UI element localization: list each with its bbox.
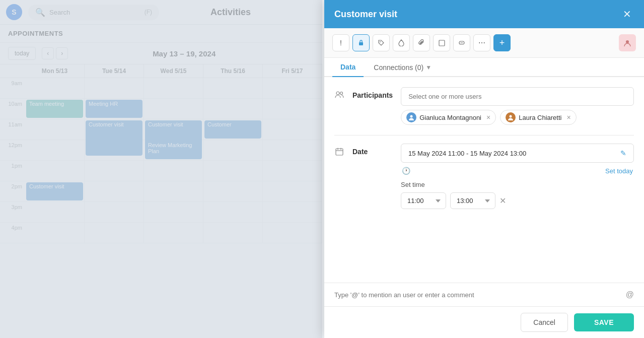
participants-label: Participants	[352, 91, 393, 99]
add-button[interactable]: +	[493, 34, 511, 51]
more-button[interactable]: ⋯	[473, 34, 490, 51]
tab-data[interactable]: Data	[332, 58, 364, 77]
modal-footer: Cancel SAVE	[324, 306, 644, 338]
participant-avatar-2	[506, 112, 516, 122]
paperclip-button[interactable]	[413, 34, 430, 51]
clock-icon: 🕐	[402, 167, 410, 175]
svg-point-7	[510, 115, 512, 118]
cancel-button[interactable]: Cancel	[521, 313, 568, 332]
svg-point-1	[380, 41, 381, 42]
remove-participant-1[interactable]: ×	[486, 113, 490, 121]
chevron-down-icon: ▼	[425, 64, 432, 71]
exclamation-button[interactable]: !	[332, 34, 349, 51]
tag-button[interactable]	[373, 34, 390, 51]
comment-area: @	[324, 283, 644, 306]
time-start-select[interactable]: 11:00 10:00 10:30 11:30 12:00	[401, 192, 446, 209]
svg-point-6	[410, 115, 413, 118]
date-edit-icon[interactable]: ✎	[620, 149, 626, 157]
time-clear-button[interactable]: ✕	[499, 196, 506, 206]
at-mention-icon[interactable]: @	[626, 290, 634, 299]
svg-rect-8	[336, 149, 343, 155]
user-avatar	[619, 34, 636, 51]
square-button[interactable]	[433, 34, 450, 51]
participants-content: Gianluca Montagnoni × Laura Chiaretti ×	[401, 87, 634, 125]
drop-button[interactable]	[393, 34, 410, 51]
time-row: 11:00 10:00 10:30 11:30 12:00 13:00 12:0…	[401, 192, 634, 209]
set-today-button[interactable]: Set today	[605, 167, 633, 175]
participant-tag-1: Gianluca Montagnoni ×	[401, 110, 496, 125]
modal-toolbar: ! ⋯ +	[324, 28, 644, 58]
comment-input[interactable]	[334, 291, 621, 299]
modal-tabs: Data Connections (0) ▼	[324, 58, 644, 77]
svg-rect-0	[359, 42, 363, 45]
time-end-select[interactable]: 13:00 12:00 12:30 13:30 14:00	[450, 192, 495, 209]
tab-connections[interactable]: Connections (0) ▼	[366, 58, 440, 77]
date-content: 15 May 2024 11:00 - 15 May 2024 13:00 ✎ …	[401, 144, 634, 209]
date-value: 15 May 2024 11:00 - 15 May 2024 13:00	[408, 150, 526, 157]
modal-header: Customer visit ✕	[324, 0, 644, 28]
date-label: Date	[352, 148, 393, 156]
participant-name-1: Gianluca Montagnoni	[419, 114, 481, 121]
set-time-label: Set time	[401, 181, 634, 188]
participant-name-2: Laura Chiaretti	[519, 114, 561, 121]
background-overlay	[0, 0, 322, 338]
modal-title: Customer visit	[334, 9, 397, 20]
participant-tag-2: Laura Chiaretti ×	[500, 110, 576, 125]
svg-point-4	[336, 92, 339, 95]
date-icon	[334, 148, 344, 158]
close-button[interactable]: ✕	[620, 7, 634, 21]
modal-panel: Customer visit ✕ ! ⋯ + Data Co	[324, 0, 644, 338]
svg-point-3	[626, 40, 629, 43]
participants-input[interactable]	[401, 87, 634, 106]
date-field: Date 15 May 2024 11:00 - 15 May 2024 13:…	[334, 144, 634, 209]
lock-button[interactable]	[352, 34, 370, 51]
svg-rect-2	[439, 40, 445, 46]
svg-point-5	[340, 92, 343, 95]
date-value-field[interactable]: 15 May 2024 11:00 - 15 May 2024 13:00 ✎	[401, 144, 634, 163]
participant-avatar-1	[406, 112, 416, 122]
remove-participant-2[interactable]: ×	[566, 113, 570, 121]
participants-field: Participants Gianluca Montagnoni ×	[334, 87, 634, 125]
save-button[interactable]: SAVE	[574, 313, 634, 331]
link-button[interactable]	[453, 34, 470, 51]
participants-icon	[334, 91, 344, 100]
modal-body: Participants Gianluca Montagnoni ×	[324, 77, 644, 283]
participant-tags: Gianluca Montagnoni × Laura Chiaretti ×	[401, 110, 634, 125]
